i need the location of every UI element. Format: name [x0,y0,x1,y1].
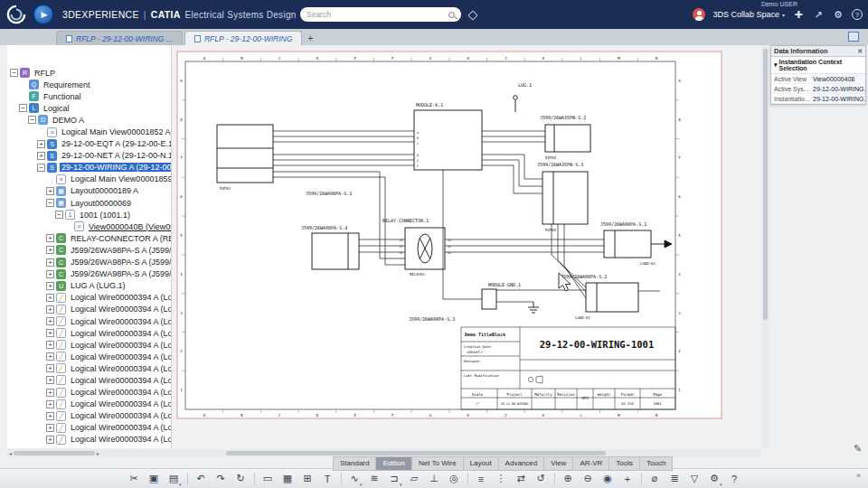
tree-expander[interactable]: + [46,341,54,349]
tree-expander[interactable]: − [19,104,27,112]
chevron-down-icon[interactable]: ▾ [360,482,363,487]
panel-row[interactable]: Active ViewView00000408 [771,74,865,84]
tree-item[interactable]: ≡Logical Main View00001859 A [7,174,171,185]
scrollbar-thumb[interactable] [14,451,95,455]
tree-expander[interactable]: + [46,364,54,372]
toolbar-tab-touch[interactable]: Touch [639,456,673,471]
tree-expander[interactable]: + [46,246,54,254]
pan-button[interactable]: + [619,471,637,487]
tree-expander[interactable]: + [46,424,54,432]
scrollbar-thumb[interactable] [226,451,606,455]
frame-button[interactable]: ▦ [279,471,297,487]
new-tab-button[interactable]: + [304,31,316,45]
table-button[interactable]: ⊞ [299,471,316,487]
tree-expander[interactable]: − [37,164,45,172]
tree-item[interactable]: +CJ599/26WA98PA-S A (J599/26WA98PA-S.1) [7,244,171,256]
tree-item[interactable]: +ULUG A (LUG.1) [7,280,171,292]
search-bar[interactable] [300,7,461,22]
tree-expander[interactable]: − [46,199,54,207]
tree-item[interactable]: +╱Logical Wire00000394 A (Logical Wire00… [7,327,171,339]
tree-expander[interactable]: − [28,116,36,124]
tree-item[interactable]: +╱Logical Wire00000394 A (Logical Wire00… [7,339,171,351]
tree-expander[interactable]: + [46,258,54,267]
fit-all-button[interactable]: ◉ [599,471,617,487]
copy-button[interactable]: ▣ [146,471,163,487]
tree-item[interactable]: +╱Logical Wire00000394 A (Logical Wire00… [7,434,171,446]
tree-item[interactable]: −RRFLP [7,67,171,79]
tree-item[interactable]: FFunctional [7,90,171,102]
tree-item[interactable]: −LLogical [7,102,171,114]
tree-expander[interactable]: + [46,294,54,302]
scrollbar-thumb[interactable] [763,49,768,320]
tree-item[interactable]: −11001 (1001.1) [7,209,171,221]
tree-item[interactable]: +╱Logical Wire00000394 A (Logical Wire00… [7,351,171,362]
tree-item[interactable]: +CJ599/26WA98PA-S A (J599/26WA98PA-S.2) [7,257,171,268]
tree-item[interactable]: +╱Logical Wire00000394 A (Logical Wire00… [7,315,171,327]
close-icon[interactable]: ✕ [857,48,863,55]
canvas-vertical-scrollbar[interactable] [761,45,769,448]
user-avatar[interactable] [693,8,705,21]
tools-button[interactable]: ⚙ [832,9,844,21]
tree-expander[interactable]: − [55,211,63,219]
toolbar-tab-ar-vr[interactable]: AR-VR [572,456,609,471]
distribute-button[interactable]: ⋮ [493,471,510,487]
toolbar-tab-net-to-wire[interactable]: Net To Wire [411,456,463,471]
tree-item[interactable]: +▦Layout00000189 A [7,185,171,197]
text-button[interactable]: T [319,471,336,487]
filter-button[interactable]: ▽ [686,471,703,487]
tree-item[interactable]: +╱Logical Wire00000394 A (Logical Wire00… [7,387,171,399]
tree-expander[interactable]: + [37,152,45,160]
tree-expander[interactable]: + [46,329,54,337]
tree-item[interactable]: +╱Logical Wire00000394 A (Logical Wire00… [7,422,171,434]
tree-expander[interactable]: + [46,234,54,242]
scroll-right-icon[interactable]: ▸ [97,450,99,456]
tree-horizontal-scrollbar[interactable]: ◂ ▸ [7,449,172,457]
drawing-sheet[interactable] [177,52,722,418]
tree-item[interactable]: −S29-12-00-WIRING A (29-12-00-W.1) [7,162,171,174]
add-wire-button[interactable]: ∿▾ [346,471,363,487]
tree-item[interactable]: QRequirement [7,79,171,90]
ground-button[interactable]: ⊥ [426,471,443,487]
toolbar-tab-edition[interactable]: Edition [375,456,410,471]
tree-expander[interactable]: + [46,305,54,314]
tree-expander[interactable]: + [46,412,54,420]
redo-button[interactable]: ↷ [212,471,230,487]
undo-button[interactable]: ↶ [193,471,210,487]
tree-expander[interactable]: + [46,376,54,384]
tree-item[interactable]: +╱Logical Wire00000394 A (Logical Wire00… [7,374,171,386]
tree-expander[interactable]: + [46,282,54,290]
search-icon[interactable] [448,12,455,18]
toolbar-tab-layout[interactable]: Layout [463,456,498,471]
tree-item[interactable]: ≡Logical Main View00001852 A [7,126,171,137]
tree-item[interactable]: +╱Logical Wire00000394 A (Logical Wire00… [7,399,171,410]
compass-button[interactable]: ▶ [33,5,53,24]
tree-item[interactable]: −DDEMO A [7,114,171,126]
tree-expander[interactable]: + [37,140,45,148]
search-input[interactable] [307,10,445,19]
add-button[interactable]: ✚ [792,9,805,21]
chevron-down-icon[interactable]: ▾ [400,482,402,487]
new-sheet-button[interactable]: ▭ [259,471,277,487]
zoom-in-button[interactable]: ⊕ [560,471,577,487]
tree-item[interactable]: +╱Logical Wire00000394 A (Logical Wire00… [7,362,171,374]
add-equipment-button[interactable]: ▱ [406,471,423,487]
toolbar-collapse-right-icon[interactable]: » [856,471,861,480]
document-tab[interactable]: RFLP - 29-12-00-WIRING [184,31,302,45]
tree-item[interactable]: −▦Layout00000069 [7,197,171,209]
chevron-down-icon[interactable]: ▾ [720,482,722,487]
toolbar-tab-view[interactable]: View [543,456,572,471]
measure-button[interactable]: ⌀ [646,471,664,487]
add-connector-button[interactable]: ⊐▾ [386,471,403,487]
zoom-out-button[interactable]: ⊖ [580,471,597,487]
chevron-down-icon[interactable]: ▾ [179,482,182,487]
tree-item[interactable]: +S29-12-00-EQT A (29-12-00-E.1) [7,138,171,150]
collab-space-selector[interactable]: 3DS Collab Space ▾ [712,10,785,19]
tree-expander[interactable]: + [46,317,54,325]
document-tab[interactable]: RFLP - 29-12-00-WIRING ... [56,31,183,45]
toolbar-tab-tools[interactable]: Tools [609,456,639,471]
tree-item[interactable]: +╱Logical Wire00000394 A (Logical Wire00… [7,410,171,422]
drawing-canvas[interactable]: LUG.1MODULE-A.1J599/26WA35PN-S.2EQT02J59… [172,45,761,448]
align-button[interactable]: ≡ [473,471,490,487]
tree-expander[interactable]: + [46,436,54,444]
paste-button[interactable]: ▤▾ [165,471,183,487]
